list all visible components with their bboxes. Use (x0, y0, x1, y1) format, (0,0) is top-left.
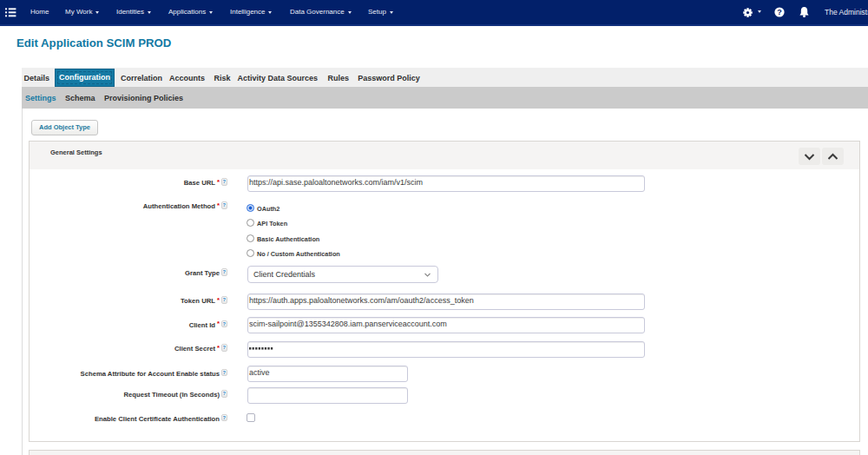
svg-text:?: ? (777, 8, 782, 16)
